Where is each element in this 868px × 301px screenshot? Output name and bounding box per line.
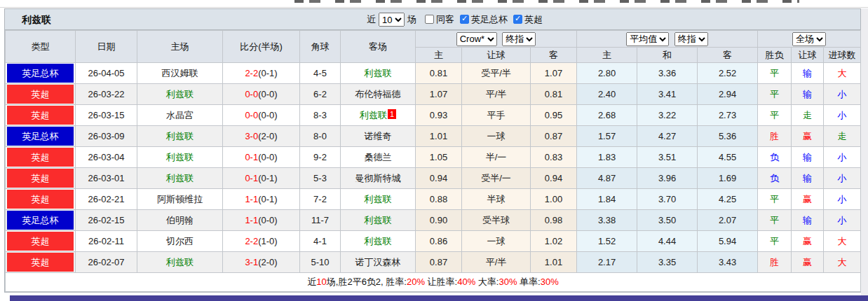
goals-result-cell: 小 xyxy=(824,210,861,231)
score-cell: 2-2(1-0) xyxy=(223,231,300,252)
home-team-name[interactable]: 利兹联 xyxy=(166,131,194,141)
away-team-cell[interactable]: 桑德兰 xyxy=(341,147,416,168)
away-team-cell[interactable]: 利兹联 xyxy=(341,210,416,231)
scope-select[interactable]: 全场 xyxy=(792,32,826,46)
away-odds-cell: 1.07 xyxy=(531,63,577,84)
team-title: 利兹联 xyxy=(22,9,51,30)
halftime-score: (0-0) xyxy=(258,110,277,120)
home-team-name[interactable]: 西汉姆联 xyxy=(162,68,198,78)
away-team-cell[interactable]: 利兹联 xyxy=(341,189,416,210)
home-team-name[interactable]: 利兹联 xyxy=(166,152,194,162)
home-team-cell[interactable]: 利兹联 xyxy=(137,147,223,168)
avg-draw-cell: 3.36 xyxy=(637,63,698,84)
type-cell: 英超 xyxy=(6,84,76,105)
halftime-score: (0-0) xyxy=(258,89,277,99)
avg-away-cell: 2.94 xyxy=(698,84,758,105)
league-badge: 英超 xyxy=(7,85,74,104)
home-team-cell[interactable]: 阿斯顿维拉 xyxy=(137,189,223,210)
home-team-name[interactable]: 利兹联 xyxy=(166,257,194,267)
summary-segment: 单率: xyxy=(517,276,541,287)
corners-cell: 5-3 xyxy=(300,168,341,189)
average-provider-select[interactable]: 平均值 xyxy=(626,32,669,46)
home-team-cell[interactable]: 伯明翰 xyxy=(137,210,223,231)
away-team-name[interactable]: 诺维奇 xyxy=(365,131,392,141)
col-header-date: 日期 xyxy=(76,31,137,63)
goals-result-cell: 小 xyxy=(824,84,861,105)
away-team-cell[interactable]: 曼彻斯特城 xyxy=(341,168,416,189)
home-team-name[interactable]: 利兹联 xyxy=(166,173,194,183)
match-row: 英超26-03-04利兹联0-1(0-0)9-2桑德兰1.05半/一0.831.… xyxy=(6,147,861,168)
checkbox-fa-cup[interactable] xyxy=(460,15,469,24)
score-cell: 1-1(0-1) xyxy=(223,189,300,210)
score-cell: 0-0(0-0) xyxy=(223,105,300,126)
away-team-name[interactable]: 诺丁汉森林 xyxy=(355,257,401,267)
checkbox-same-away[interactable] xyxy=(425,15,434,24)
checkbox-label[interactable]: 英超 xyxy=(524,14,543,24)
away-team-cell[interactable]: 诺维奇 xyxy=(341,126,416,147)
score-cell: 3-0(2-0) xyxy=(223,126,300,147)
avg-away-cell: 2.73 xyxy=(698,105,758,126)
away-odds-cell: 1.02 xyxy=(531,231,577,252)
away-team-name[interactable]: 利兹联 xyxy=(365,215,392,225)
away-team-name[interactable]: 利兹联 xyxy=(360,110,387,120)
fulltime-score: 0-1 xyxy=(245,173,258,183)
checkbox-premier-league[interactable] xyxy=(513,15,522,24)
goals-result-cell: 小 xyxy=(824,105,861,126)
avg-home-cell: 1.83 xyxy=(577,147,637,168)
home-team-cell[interactable]: 利兹联 xyxy=(137,252,223,273)
match-row: 英超26-03-15水晶宫0-0(0-0)8-3利兹联10.93平手0.952.… xyxy=(6,105,861,126)
home-team-name[interactable]: 切尔西 xyxy=(166,236,194,246)
home-team-name[interactable]: 水晶宫 xyxy=(166,110,194,120)
odds-provider-select[interactable]: Crow* xyxy=(456,32,497,46)
away-team-name[interactable]: 桑德兰 xyxy=(365,152,392,162)
home-team-cell[interactable]: 利兹联 xyxy=(137,84,223,105)
type-cell: 英超 xyxy=(6,252,76,273)
table-footer: 近10场,胜2平6负2, 胜率:20% 让胜率:40% 大率:30% 单率:30… xyxy=(6,273,861,292)
home-team-name[interactable]: 利兹联 xyxy=(166,89,194,99)
home-team-cell[interactable]: 利兹联 xyxy=(137,126,223,147)
fulltime-score: 0-1 xyxy=(245,152,258,162)
home-team-cell[interactable]: 西汉姆联 xyxy=(137,63,223,84)
away-team-cell[interactable]: 利兹联 xyxy=(341,231,416,252)
home-team-cell[interactable]: 利兹联 xyxy=(137,168,223,189)
avg-draw-cell: 3.70 xyxy=(637,189,698,210)
league-badge: 英超 xyxy=(7,253,74,272)
handicap-cell: 平/半 xyxy=(462,252,531,273)
checkbox-label[interactable]: 同客 xyxy=(436,14,454,24)
away-team-cell[interactable]: 诺丁汉森林 xyxy=(341,252,416,273)
home-team-cell[interactable]: 切尔西 xyxy=(137,231,223,252)
filter-controls: 近 10 场 同客英足总杯英超 xyxy=(367,9,543,30)
goals-result-cell: 小 xyxy=(824,147,861,168)
match-row: 英足总杯26-04-05西汉姆联2-2(0-1)4-5利兹联0.81受平/半1.… xyxy=(6,63,861,84)
away-team-cell[interactable]: 布伦特福德 xyxy=(341,84,416,105)
avg-home-cell: 3.38 xyxy=(577,210,637,231)
handicap-result-cell: 输 xyxy=(792,63,824,84)
clipped-text-fragments xyxy=(294,0,799,3)
type-cell: 英超 xyxy=(6,105,76,126)
away-team-cell[interactable]: 利兹联 xyxy=(341,63,416,84)
away-team-name[interactable]: 利兹联 xyxy=(365,68,392,78)
away-team-name[interactable]: 布伦特福德 xyxy=(355,89,401,99)
goals-result-cell: 小 xyxy=(824,168,861,189)
scope-group-header: 全场 xyxy=(758,31,861,48)
recent-matches-panel: 利兹联 近 10 场 同客英足总杯英超 类型 日期 主场 比分(半场) xyxy=(4,8,861,293)
corners-cell: 4-1 xyxy=(300,231,341,252)
home-team-name[interactable]: 伯明翰 xyxy=(166,215,194,225)
home-team-cell[interactable]: 水晶宫 xyxy=(137,105,223,126)
home-odds-cell: 0.87 xyxy=(416,252,462,273)
away-team-cell[interactable]: 利兹联1 xyxy=(341,105,416,126)
away-team-name[interactable]: 利兹联 xyxy=(365,194,392,204)
away-team-name[interactable]: 曼彻斯特城 xyxy=(355,173,401,183)
sub-col-header-odds-away: 客 xyxy=(531,48,577,63)
home-team-name[interactable]: 阿斯顿维拉 xyxy=(157,194,203,204)
halftime-score: (0-1) xyxy=(258,68,277,78)
away-team-name[interactable]: 利兹联 xyxy=(365,236,392,246)
average-stage-select[interactable]: 终指 xyxy=(674,32,708,46)
odds-stage-select[interactable]: 终指 xyxy=(502,32,536,46)
fulltime-score: 1-1 xyxy=(245,194,258,204)
sub-col-header-avg-home: 主 xyxy=(577,48,637,63)
checkbox-label[interactable]: 英足总杯 xyxy=(471,14,508,24)
goals-result-cell: 小 xyxy=(824,189,861,210)
recent-count-select[interactable]: 10 xyxy=(379,13,405,27)
avg-draw-cell: 4.44 xyxy=(637,231,698,252)
